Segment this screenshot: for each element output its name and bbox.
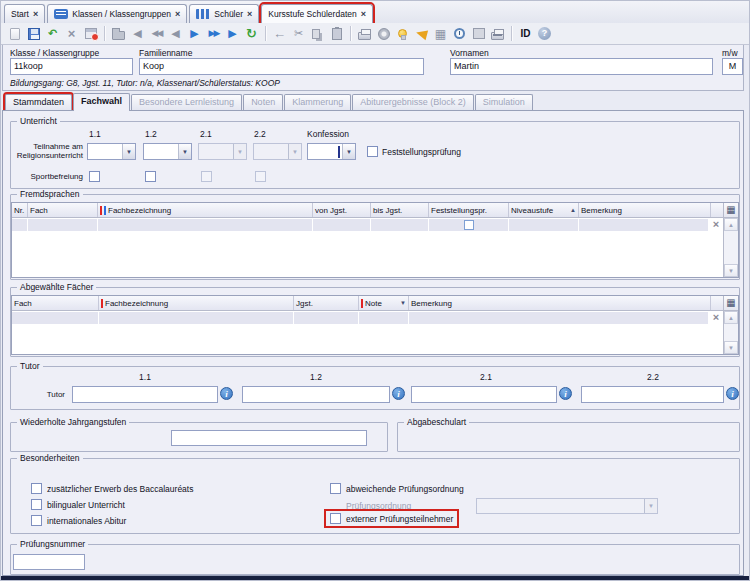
help-button[interactable]: ? — [536, 25, 553, 43]
tab-start[interactable]: Start × — [4, 4, 45, 23]
scroll-down-icon[interactable]: ▼ — [724, 341, 738, 354]
first-record-button[interactable]: ◀ — [129, 25, 146, 43]
tab-stammdaten[interactable]: Stammdaten — [5, 94, 72, 111]
copy-button[interactable] — [309, 25, 326, 43]
info-icon[interactable]: i — [559, 387, 572, 400]
fast-previous-button[interactable]: ◀◀ — [148, 25, 165, 43]
wiederholte-jahrgangstufen-field[interactable] — [171, 430, 367, 446]
abweichende-pruefungsordnung-checkbox[interactable] — [330, 483, 341, 494]
column-header-fachbezeichnung[interactable]: Fachbezeichnung — [99, 296, 294, 310]
column-header-bemerkung[interactable]: Bemerkung — [579, 203, 711, 217]
externer-pruefungsteilnehmer-checkbox[interactable] — [330, 513, 341, 524]
chevron-down-icon[interactable]: ▼ — [122, 144, 135, 159]
column-header-fach[interactable]: Fach — [28, 203, 98, 217]
tab-abiturergebnisse[interactable]: Abiturergebnisse (Block 2) — [352, 94, 474, 111]
table-row[interactable]: × — [12, 311, 723, 325]
cell-note[interactable] — [359, 312, 408, 324]
konfession-combo[interactable]: ▼ — [307, 143, 356, 160]
bilingual-checkbox[interactable] — [31, 499, 42, 510]
vornamen-field[interactable]: Martin — [450, 58, 713, 75]
cell-feststellungspr[interactable] — [429, 219, 508, 231]
notify-button[interactable] — [413, 25, 430, 43]
new-record-button[interactable] — [6, 25, 23, 43]
undo-button[interactable]: ↶ — [44, 25, 61, 43]
scrollbar-track[interactable] — [724, 324, 738, 341]
info-icon[interactable]: i — [220, 387, 233, 400]
paste-button[interactable] — [328, 25, 345, 43]
tutor-field-21[interactable] — [411, 386, 557, 403]
column-header-jgst[interactable]: Jgst. — [294, 296, 359, 310]
cell-fachbezeichnung[interactable] — [99, 312, 293, 324]
tab-klammerung[interactable]: Klammerung — [284, 94, 351, 111]
customize-columns-button[interactable]: ▦ — [724, 296, 738, 311]
klasse-field[interactable]: 11koop — [10, 58, 133, 75]
close-icon[interactable]: × — [361, 9, 366, 19]
cell-jgst[interactable] — [294, 312, 358, 324]
cell-nr[interactable] — [12, 219, 27, 231]
feststellungspruefung-checkbox[interactable] — [367, 146, 378, 157]
cut-button[interactable]: ✂ — [290, 25, 307, 43]
info-icon[interactable]: i — [392, 387, 405, 400]
previous-record-button[interactable]: ◀ — [167, 25, 184, 43]
column-header-fachbezeichnung[interactable]: Fachbezeichnung — [98, 203, 313, 217]
tab-besondere-lernleistung[interactable]: Besondere Lernleistung — [131, 94, 242, 111]
scheduler-button[interactable] — [451, 25, 468, 43]
cell-fach[interactable] — [28, 219, 97, 231]
column-header-note[interactable]: Note▼ — [359, 296, 409, 310]
tab-schueler[interactable]: Schüler × — [189, 4, 259, 23]
export-print-button[interactable] — [489, 25, 506, 43]
folder-button[interactable] — [110, 25, 127, 43]
tab-fachwahl[interactable]: Fachwahl — [73, 93, 130, 111]
scroll-down-icon[interactable]: ▼ — [724, 264, 738, 277]
info-icon[interactable]: i — [726, 387, 739, 400]
chevron-down-icon[interactable]: ▼ — [178, 144, 191, 159]
tutor-field-11[interactable] — [72, 386, 218, 403]
close-icon[interactable]: × — [247, 9, 252, 19]
column-header-niveaustufe[interactable]: Niveaustufe▲ — [509, 203, 579, 217]
geschlecht-field[interactable]: M — [722, 58, 743, 75]
tutor-field-12[interactable] — [242, 386, 390, 403]
internationales-abitur-checkbox[interactable] — [31, 515, 42, 526]
column-header-von-jgst[interactable]: von Jgst. — [313, 203, 371, 217]
card-button[interactable] — [470, 25, 487, 43]
row-delete-icon[interactable]: × — [709, 218, 723, 232]
baccalaureat-checkbox[interactable] — [31, 483, 42, 494]
column-header-feststellungspr[interactable]: Feststellungspr. — [429, 203, 509, 217]
cell-bis-jgst[interactable] — [371, 219, 428, 231]
feststellungspr-cell-checkbox[interactable] — [464, 220, 474, 230]
scrollbar-track[interactable] — [724, 231, 738, 264]
close-icon[interactable]: × — [175, 9, 180, 19]
table-row[interactable]: × — [12, 218, 723, 232]
cell-bemerkung[interactable] — [409, 312, 708, 324]
column-header-nr[interactable]: Nr. — [12, 203, 28, 217]
grid-tool-button[interactable]: ▦ — [432, 25, 449, 43]
tutor-field-22[interactable] — [581, 386, 724, 403]
sportbefreiung-checkbox-12[interactable] — [145, 171, 156, 182]
tab-klassen-klassengruppen[interactable]: Klassen / Klassengruppen × — [47, 4, 187, 23]
hint-button[interactable] — [394, 25, 411, 43]
last-record-button[interactable]: ▶ — [224, 25, 241, 43]
scroll-up-icon[interactable]: ▲ — [724, 311, 738, 324]
religion-combo-12[interactable]: ▼ — [143, 143, 192, 160]
id-button[interactable]: ID — [517, 25, 534, 43]
cell-von-jgst[interactable] — [313, 219, 370, 231]
close-icon[interactable]: × — [33, 9, 38, 19]
print-button[interactable] — [356, 25, 373, 43]
edit-form-button[interactable] — [82, 25, 99, 43]
familienname-field[interactable]: Koop — [139, 58, 424, 75]
tab-simulation[interactable]: Simulation — [475, 94, 533, 111]
next-record-button[interactable]: ▶ — [186, 25, 203, 43]
scroll-up-icon[interactable]: ▲ — [724, 218, 738, 231]
cell-niveaustufe[interactable] — [509, 219, 578, 231]
row-delete-icon[interactable]: × — [709, 311, 723, 325]
cell-fachbezeichnung[interactable] — [98, 219, 312, 231]
tab-kursstufe-schuelerdaten[interactable]: Kursstufe Schülerdaten × — [261, 4, 373, 23]
cell-bemerkung[interactable] — [579, 219, 708, 231]
column-header-bemerkung[interactable]: Bemerkung — [409, 296, 711, 310]
column-header-bis-jgst[interactable]: bis Jgst. — [371, 203, 429, 217]
fast-next-button[interactable]: ▶▶ — [205, 25, 222, 43]
media-button[interactable] — [375, 25, 392, 43]
refresh-button[interactable]: ↻ — [243, 25, 260, 43]
pruefungsnummer-field[interactable] — [13, 554, 85, 570]
customize-columns-button[interactable]: ▦ — [724, 203, 738, 218]
